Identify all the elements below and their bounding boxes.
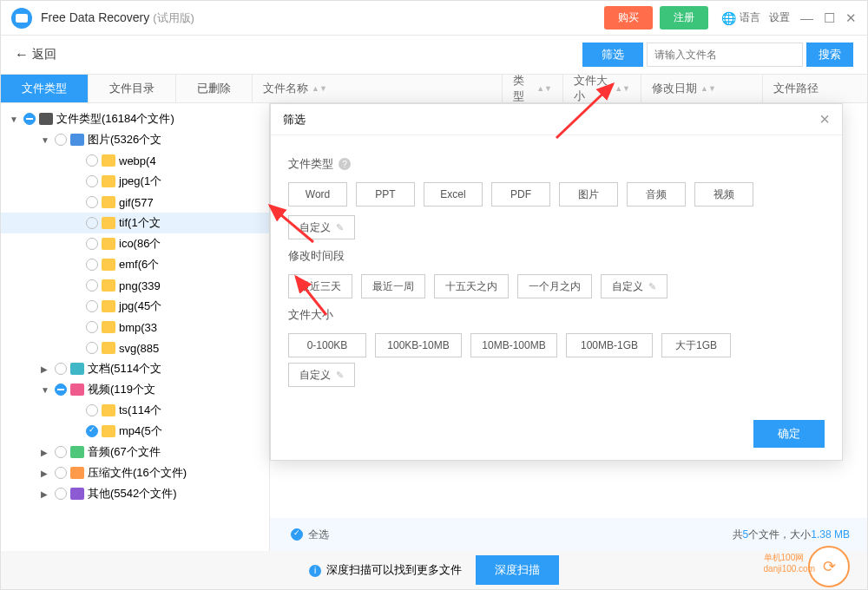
language-label[interactable]: 语言 (740, 10, 760, 25)
opt-gt-1gb[interactable]: 大于1GB (661, 333, 731, 357)
filter-button[interactable]: 筛选 (582, 43, 643, 67)
tree-ico[interactable]: ico(86个 (1, 233, 269, 254)
modal-header: 筛选 × (271, 104, 842, 135)
opt-word[interactable]: Word (288, 182, 347, 206)
opt-1week[interactable]: 最近一周 (361, 274, 425, 298)
search-button[interactable]: 搜索 (806, 43, 853, 67)
edit-icon: ✎ (336, 222, 344, 233)
tab-deleted[interactable]: 已删除 (176, 75, 253, 102)
deep-scan-tip: i深度扫描可以找到更多文件 (309, 562, 462, 578)
col-mtime[interactable]: 修改日期▲▼ (641, 75, 763, 102)
tree-root[interactable]: ▼文件类型(16184个文件) (1, 108, 269, 129)
tree-mp4[interactable]: mp4(5个 (1, 421, 269, 442)
opt-audio[interactable]: 音频 (627, 182, 686, 206)
tab-file-dir[interactable]: 文件目录 (89, 75, 176, 102)
opt-type-custom[interactable]: 自定义✎ (288, 215, 355, 239)
opt-100mb-1gb[interactable]: 100MB-1GB (566, 333, 653, 357)
modal-close-icon[interactable]: × (819, 109, 830, 129)
edit-icon: ✎ (648, 281, 656, 292)
search-input[interactable] (647, 43, 803, 67)
tree-panel: ▼文件类型(16184个文件) ▼图片(5326个文 webp(4 jpeg(1… (1, 103, 270, 568)
tree-gif[interactable]: gif(577 (1, 192, 269, 213)
time-section-title: 修改时间段 (288, 248, 825, 264)
brand-watermark: 单机100网 danji100.com (764, 552, 815, 574)
opt-size-custom[interactable]: 自定义✎ (288, 363, 355, 387)
tree-emf[interactable]: emf(6个 (1, 254, 269, 275)
back-arrow-icon: ← (15, 47, 29, 62)
globe-icon[interactable]: 🌐 (720, 10, 736, 26)
title-bar: Free Data Recovery (试用版) 购买 注册 🌐 语言 设置 —… (1, 1, 867, 36)
opt-pdf[interactable]: PDF (491, 182, 550, 206)
col-path[interactable]: 文件路径 (763, 75, 867, 102)
select-all-checkbox[interactable] (291, 528, 303, 541)
minimize-button[interactable]: — (800, 10, 813, 25)
ok-button[interactable]: 确定 (753, 420, 825, 448)
tree-svg[interactable]: svg(885 (1, 338, 269, 358)
opt-image[interactable]: 图片 (559, 182, 618, 206)
tree-jpeg[interactable]: jpeg(1个 (1, 171, 269, 192)
tree-jpg[interactable]: jpg(45个 (1, 296, 269, 317)
main-area: ▼文件类型(16184个文件) ▼图片(5326个文 webp(4 jpeg(1… (1, 103, 867, 568)
tree-video[interactable]: ▼视频(119个文 (1, 379, 269, 400)
opt-100kb-10mb[interactable]: 100KB-10MB (375, 333, 462, 357)
back-button[interactable]: ← 返回 (15, 47, 56, 62)
tab-file-type[interactable]: 文件类型 (1, 75, 89, 102)
settings-label[interactable]: 设置 (769, 10, 790, 25)
bottom-footer: i深度扫描可以找到更多文件 深度扫描 ⟳ 单机100网 danji100.com (1, 551, 867, 589)
tree-tif[interactable]: tif(1个文 (1, 213, 269, 233)
opt-excel[interactable]: Excel (424, 182, 483, 206)
content-panel: 09:42:13 文件类型\图片\tif\ 筛选 × 文件类型? Word PP… (270, 103, 867, 568)
register-button[interactable]: 注册 (660, 6, 708, 30)
select-all-label[interactable]: 全选 (308, 528, 329, 542)
size-section-title: 文件大小 (288, 307, 825, 323)
opt-video[interactable]: 视频 (694, 182, 753, 206)
close-button[interactable]: ✕ (845, 10, 857, 26)
col-name[interactable]: 文件名称▲▼ (253, 75, 503, 102)
edit-icon: ✎ (336, 370, 344, 381)
stats-text: 共5个文件，大小1.38 MB (733, 528, 850, 542)
opt-1month[interactable]: 一个月之内 (517, 274, 592, 298)
opt-0-100kb[interactable]: 0-100KB (288, 333, 366, 357)
filetype-section-title: 文件类型? (288, 156, 825, 172)
header-row: 文件类型 文件目录 已删除 文件名称▲▼ 类型▲▼ 文件大小▲▼ 修改日期▲▼ … (1, 74, 867, 103)
opt-10mb-100mb[interactable]: 10MB-100MB (470, 333, 557, 357)
app-logo (11, 8, 32, 29)
maximize-button[interactable]: ☐ (824, 10, 835, 26)
tree-other[interactable]: ▶其他(5542个文件) (1, 483, 269, 504)
deep-scan-button[interactable]: 深度扫描 (476, 555, 559, 585)
buy-button[interactable]: 购买 (604, 6, 653, 30)
info-icon: i (309, 565, 321, 577)
toolbar: ← 返回 筛选 搜索 (1, 36, 867, 74)
filter-modal: 筛选 × 文件类型? Word PPT Excel PDF 图片 音频 视频 自… (270, 103, 843, 461)
app-title: Free Data Recovery (试用版) (41, 10, 194, 26)
opt-ppt[interactable]: PPT (356, 182, 415, 206)
help-icon[interactable]: ? (339, 158, 351, 170)
tree-ts[interactable]: ts(114个 (1, 400, 269, 421)
tree-zip[interactable]: ▶压缩文件(16个文件) (1, 462, 269, 483)
opt-15days[interactable]: 十五天之内 (434, 274, 509, 298)
opt-time-custom[interactable]: 自定义✎ (601, 274, 667, 298)
tree-webp[interactable]: webp(4 (1, 150, 269, 171)
col-type[interactable]: 类型▲▼ (503, 75, 563, 102)
tree-images[interactable]: ▼图片(5326个文 (1, 129, 269, 150)
tree-png[interactable]: png(339 (1, 275, 269, 296)
tree-docs[interactable]: ▶文档(5114个文 (1, 358, 269, 379)
opt-3days[interactable]: 最近三天 (288, 274, 352, 298)
selection-footer: 全选 共5个文件，大小1.38 MB (270, 518, 867, 551)
tree-bmp[interactable]: bmp(33 (1, 317, 269, 338)
col-size[interactable]: 文件大小▲▼ (563, 75, 641, 102)
tree-audio[interactable]: ▶音频(67个文件 (1, 442, 269, 462)
